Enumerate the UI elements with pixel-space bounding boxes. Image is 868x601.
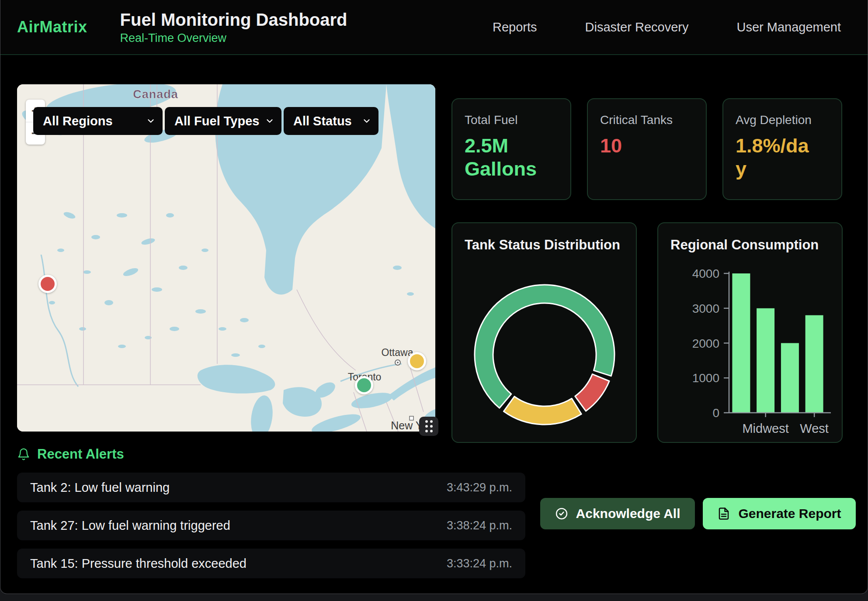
regions-filter-select[interactable]: All Regions (33, 107, 163, 135)
title-block: Fuel Monitoring Dashboard Real-Time Over… (120, 10, 347, 45)
alert-row[interactable]: Tank 15: Pressure threshold exceeded 3:3… (17, 549, 525, 578)
fuel-types-filter-select[interactable]: All Fuel Types (165, 107, 281, 135)
fuel-types-filter-value: All Fuel Types (174, 114, 259, 128)
acknowledge-all-label: Acknowledge All (576, 506, 681, 521)
stat-value: 1.8%/day (736, 134, 819, 180)
acknowledge-all-button[interactable]: Acknowledge All (540, 498, 695, 529)
alert-message: Tank 15: Pressure threshold exceeded (30, 556, 247, 571)
stats-row: Total Fuel 2.5M Gallons Critical Tanks 1… (451, 98, 843, 200)
document-icon (717, 507, 730, 520)
right-column: Total Fuel 2.5M Gallons Critical Tanks 1… (451, 98, 843, 443)
nav-item-reports[interactable]: Reports (493, 20, 537, 35)
alert-time: 3:38:24 p.m. (447, 519, 512, 532)
stat-label: Avg Depletion (736, 113, 829, 127)
y-tick-label: 1000 (692, 371, 719, 385)
nav-item-user-management[interactable]: User Management (736, 20, 841, 35)
alert-row[interactable]: Tank 2: Low fuel warning 3:43:29 p.m. (17, 473, 525, 502)
tank-status-panel: Tank Status Distribution (451, 222, 637, 443)
generate-report-label: Generate Report (738, 506, 841, 521)
alerts-header: Recent Alerts (17, 446, 525, 462)
status-filter-value: All Status (293, 114, 352, 128)
map-canvas[interactable]: Canada Ottawa Toronto New York (17, 84, 435, 432)
y-tick-label: 2000 (692, 337, 719, 350)
alert-time: 3:33:24 p.m. (447, 557, 512, 570)
y-tick-label: 3000 (692, 302, 719, 315)
bar-midwest (757, 308, 774, 413)
stat-label: Critical Tanks (600, 113, 694, 127)
regions-filter-value: All Regions (43, 114, 113, 128)
recent-alerts-section: Recent Alerts Tank 2: Low fuel warning 3… (17, 446, 525, 587)
regional-consumption-chart: 01000200030004000MidwestWest (658, 223, 843, 443)
chevron-down-icon (265, 116, 274, 126)
stat-card-critical-tanks: Critical Tanks 10 (587, 98, 707, 200)
y-tick-label: 4000 (692, 267, 719, 280)
nav-item-disaster-recovery[interactable]: Disaster Recovery (585, 20, 689, 35)
generate-report-button[interactable]: Generate Report (703, 498, 856, 529)
alert-message: Tank 27: Low fuel warning triggered (30, 518, 230, 533)
x-tick-label: Midwest (742, 421, 788, 435)
stat-card-total-fuel: Total Fuel 2.5M Gallons (451, 98, 571, 200)
y-tick-label: 0 (712, 406, 719, 420)
map-panel: Canada Ottawa Toronto New York + − All R… (17, 84, 435, 432)
stat-card-avg-depletion: Avg Depletion 1.8%/day (722, 98, 842, 200)
map-marker-warning[interactable] (408, 352, 426, 370)
donut-segment-warning (503, 397, 581, 425)
x-tick-label: West (800, 421, 829, 435)
regional-consumption-title: Regional Consumption (670, 237, 830, 253)
map-marker-normal[interactable] (355, 376, 373, 394)
status-filter-select[interactable]: All Status (284, 107, 378, 135)
bell-icon (17, 448, 30, 461)
alert-message: Tank 2: Low fuel warning (30, 480, 170, 495)
bar-south (781, 343, 799, 413)
regional-consumption-panel: Regional Consumption 01000200030004000Mi… (657, 222, 843, 443)
map-resize-handle[interactable] (419, 417, 438, 436)
alert-row[interactable]: Tank 27: Low fuel warning triggered 3:38… (17, 511, 525, 540)
donut-segment-critical (575, 374, 609, 411)
stat-value: 10 (600, 134, 683, 157)
bar-northeast (732, 273, 750, 413)
action-buttons: Acknowledge All Generate Report (540, 498, 856, 529)
alerts-title: Recent Alerts (37, 446, 124, 462)
bar-west (806, 315, 823, 413)
tank-status-title: Tank Status Distribution (465, 237, 624, 253)
map-filters: All Regions All Fuel Types All Status (33, 107, 378, 135)
page-title: Fuel Monitoring Dashboard (120, 10, 347, 30)
stat-value: 2.5M Gallons (465, 134, 548, 180)
chevron-down-icon (362, 116, 372, 126)
map-surface[interactable]: Canada Ottawa Toronto New York + − All R… (17, 84, 435, 432)
main-nav: Reports Disaster Recovery User Managemen… (493, 20, 841, 35)
map-marker-critical[interactable] (38, 275, 57, 293)
dashboard-window: AirMatrix Fuel Monitoring Dashboard Real… (0, 0, 868, 594)
brand-logo[interactable]: AirMatrix (17, 18, 87, 36)
map-label-canada: Canada (133, 88, 178, 101)
page-subtitle: Real-Time Overview (120, 31, 347, 45)
header: AirMatrix Fuel Monitoring Dashboard Real… (0, 0, 868, 55)
stat-label: Total Fuel (465, 113, 558, 127)
charts-row: Tank Status Distribution Regional Consum… (451, 222, 843, 443)
tank-status-donut (452, 223, 637, 443)
chevron-down-icon (146, 116, 156, 126)
check-circle-icon (555, 507, 568, 520)
alert-time: 3:43:29 p.m. (447, 481, 512, 494)
